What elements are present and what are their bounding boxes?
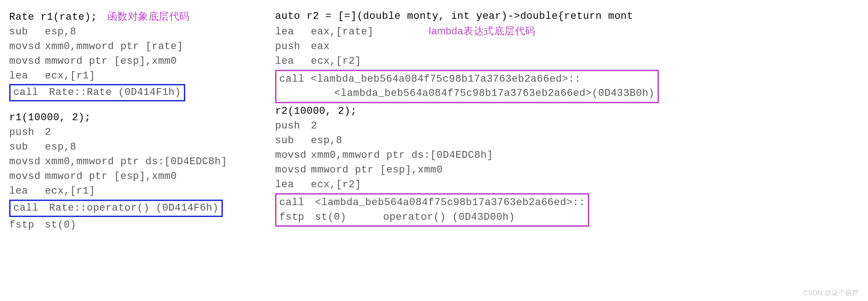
asm-args: ecx,[r2]: [311, 56, 361, 67]
right-src1-row: auto r2 = [=](double monty, int year)->d…: [275, 9, 862, 24]
asm-args: mmword ptr [esp],xmm0: [311, 164, 443, 176]
right-call1-l1: call <lambda_beb564a084f75c98b17a3763eb2…: [279, 72, 655, 87]
asm-op: lea: [275, 25, 311, 39]
asm-row: leaecx,[r2]: [275, 178, 862, 192]
right-comment: lambda表达式底层代码: [429, 25, 536, 37]
asm-args: mmword ptr [esp],xmm0: [45, 171, 177, 182]
asm-row: leaecx,[r2]: [275, 54, 862, 69]
asm-op: sub: [9, 25, 45, 39]
asm-args: <lambda_beb564a084f75c98b17a3763eb2a66ed…: [315, 197, 585, 208]
asm-op: push: [275, 119, 311, 134]
right-call2-box: call<lambda_beb564a084f75c98b17a3763eb2a…: [275, 193, 589, 227]
asm-args: esp,8: [311, 135, 343, 146]
right-call1-l2: <lambda_beb564a084f75c98b17a3763eb2a66ed…: [334, 86, 655, 101]
asm-row: subesp,8: [9, 25, 257, 39]
asm-op: movsd: [9, 54, 45, 69]
asm-op: movsd: [275, 148, 311, 163]
asm-args: eax,[rate]: [311, 26, 374, 38]
asm-op: call: [279, 195, 315, 210]
code-comparison: Rate r1(rate); 函数对象底层代码 subesp,8 movsdxm…: [9, 9, 859, 232]
asm-args: mmword ptr [esp],xmm0: [45, 56, 177, 67]
asm-row: fstpst(0): [9, 218, 257, 233]
asm-args: ecx,[r1]: [45, 185, 95, 197]
asm-row: subesp,8: [275, 134, 862, 148]
left-call1-box: callRate::Rate (0D414F1h): [9, 84, 185, 101]
left-src1: Rate r1(rate);: [9, 10, 97, 25]
left-src1-row: Rate r1(rate); 函数对象底层代码: [9, 9, 257, 25]
asm-row: movsdxmm0,mmword ptr ds:[0D4EDC8h]: [9, 155, 257, 169]
right-call2-l2: fstpst(0)operator() (0D43D00h): [279, 210, 585, 225]
right-src2-row: r2(10000, 2);: [275, 104, 862, 119]
asm-op: call: [13, 201, 49, 216]
asm-op: movsd: [275, 163, 311, 178]
left-src2: r1(10000, 2);: [9, 111, 91, 125]
left-column: Rate r1(rate); 函数对象底层代码 subesp,8 movsdxm…: [9, 9, 257, 232]
asm-args: ecx,[r1]: [45, 70, 95, 82]
asm-args: Rate::Rate (0D414F1h): [49, 87, 181, 98]
left-call2-box: callRate::operator() (0D414F6h): [9, 200, 223, 217]
asm-args: st(0): [45, 219, 77, 231]
asm-op: call: [13, 85, 49, 100]
asm-op: movsd: [9, 155, 45, 169]
asm-op: lea: [9, 184, 45, 199]
asm-args: 2: [45, 127, 51, 138]
right-call2-tail: operator() (0D43D00h): [383, 212, 515, 223]
asm-op: lea: [275, 54, 311, 69]
asm-row: pusheax: [275, 39, 862, 54]
asm-op: push: [275, 39, 311, 54]
asm-row: movsdmmword ptr [esp],xmm0: [9, 54, 257, 69]
right-src1: auto r2 = [=](double monty, int year)->d…: [275, 9, 633, 24]
asm-call-row: callRate::Rate (0D414F1h): [13, 85, 181, 100]
asm-op: lea: [275, 178, 311, 192]
asm-row: subesp,8: [9, 140, 257, 155]
asm-args: 2: [311, 120, 317, 132]
asm-row: movsdxmm0,mmword ptr ds:[0D4EDC8h]: [275, 148, 862, 163]
asm-args: xmm0,mmword ptr ds:[0D4EDC8h]: [311, 150, 493, 161]
asm-args: ecx,[r2]: [311, 179, 361, 190]
asm-op: movsd: [9, 169, 45, 184]
asm-row: movsdxmm0,mmword ptr [rate]: [9, 39, 257, 54]
asm-row: leaecx,[r1]: [9, 69, 257, 84]
asm-args: eax: [311, 41, 330, 52]
asm-args: xmm0,mmword ptr [rate]: [45, 41, 183, 52]
asm-row: push2: [9, 125, 257, 140]
asm-args: esp,8: [45, 141, 77, 153]
asm-op: sub: [9, 140, 45, 155]
asm-row: movsdmmword ptr [esp],xmm0: [275, 163, 862, 178]
asm-args: st(0): [315, 212, 347, 223]
left-src2-row: r1(10000, 2);: [9, 111, 257, 125]
asm-row: movsdmmword ptr [esp],xmm0: [9, 169, 257, 184]
right-column: auto r2 = [=](double monty, int year)->d…: [275, 9, 862, 232]
asm-row: leaeax,[rate]lambda表达式底层代码: [275, 24, 862, 39]
asm-row: push2: [275, 119, 862, 134]
asm-op: sub: [275, 134, 311, 148]
asm-args: esp,8: [45, 26, 77, 38]
asm-op: lea: [9, 69, 45, 84]
right-call2-l1: call<lambda_beb564a084f75c98b17a3763eb2a…: [279, 195, 585, 210]
left-comment: 函数对象底层代码: [107, 11, 190, 22]
asm-op: fstp: [9, 218, 45, 233]
right-call1-box: call <lambda_beb564a084f75c98b17a3763eb2…: [275, 70, 659, 104]
asm-op: push: [9, 125, 45, 140]
asm-args: xmm0,mmword ptr ds:[0D4EDC8h]: [45, 156, 227, 167]
asm-call-row: callRate::operator() (0D414F6h): [13, 201, 219, 216]
asm-op: fstp: [279, 210, 315, 225]
asm-row: leaecx,[r1]: [9, 184, 257, 199]
asm-args: Rate::operator() (0D414F6h): [49, 202, 219, 214]
right-src2: r2(10000, 2);: [275, 104, 357, 119]
asm-op: movsd: [9, 39, 45, 54]
